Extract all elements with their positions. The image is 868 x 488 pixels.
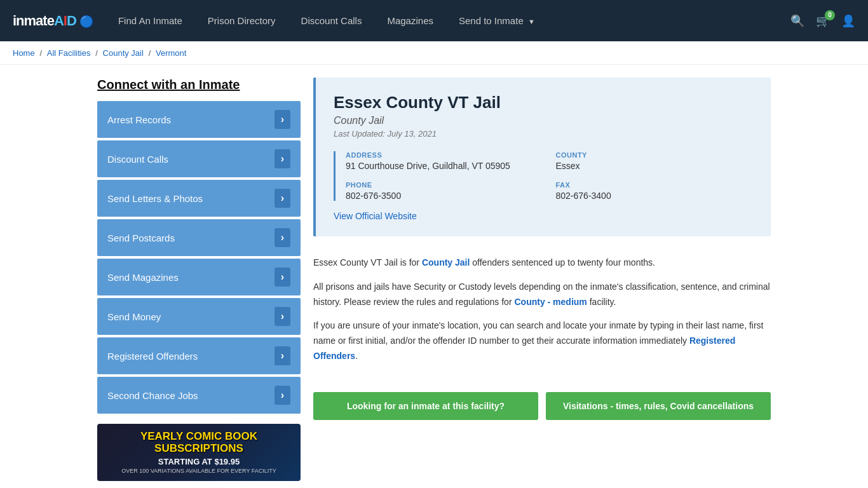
sidebar-item-send-postcards[interactable]: Send Postcards ›: [97, 219, 301, 256]
nav-links: Find An Inmate Prison Directory Discount…: [118, 15, 790, 26]
breadcrumb-sep-2: /: [95, 48, 100, 58]
description-para-2: All prisons and jails have Security or C…: [313, 280, 771, 310]
phone-group: PHONE 802-676-3500: [346, 181, 543, 201]
address-value: 91 Courthouse Drive, Guildhall, VT 05905: [346, 161, 543, 171]
breadcrumb-home[interactable]: Home: [13, 48, 35, 58]
nav-magazines[interactable]: Magazines: [387, 15, 433, 26]
sidebar-menu: Arrest Records › Discount Calls › Send L…: [97, 101, 301, 414]
sidebar-item-second-chance-jobs[interactable]: Second Chance Jobs ›: [97, 377, 301, 414]
ad-content: YEARLY COMIC BOOKSUBSCRIPTIONS STARTING …: [121, 431, 276, 473]
description-para-1: Essex County VT Jail is for County Jail …: [313, 255, 771, 271]
nav-discount-calls[interactable]: Discount Calls: [301, 15, 362, 26]
breadcrumb-vermont[interactable]: Vermont: [156, 48, 186, 58]
user-icon[interactable]: 👤: [841, 14, 855, 28]
county-medium-link[interactable]: County - medium: [514, 297, 587, 307]
sidebar-label-discount-calls: Discount Calls: [107, 154, 168, 165]
phone-label: PHONE: [346, 181, 543, 189]
facility-type: County Jail: [334, 115, 753, 126]
facility-description: Essex County VT Jail is for County Jail …: [313, 249, 771, 379]
sidebar-label-send-magazines: Send Magazines: [107, 272, 179, 283]
sidebar-item-arrest-records[interactable]: Arrest Records ›: [97, 101, 301, 138]
visitations-button[interactable]: Visitations - times, rules, Covid cancel…: [546, 392, 771, 420]
sidebar-label-send-money: Send Money: [107, 311, 161, 322]
official-link: View Official Website: [334, 211, 753, 221]
facility-details: ADDRESS 91 Courthouse Drive, Guildhall, …: [334, 151, 753, 201]
fax-group: FAX 802-676-3400: [556, 181, 754, 201]
find-inmate-button[interactable]: Looking for an inmate at this facility?: [313, 392, 538, 420]
description-para-3: If you are unsure of your inmate's locat…: [313, 318, 771, 363]
fax-label: FAX: [556, 181, 754, 189]
sidebar-label-second-chance-jobs: Second Chance Jobs: [107, 390, 198, 401]
nav-send-to-inmate[interactable]: Send to Inmate ▼: [459, 15, 535, 26]
nav-prison-directory[interactable]: Prison Directory: [208, 15, 276, 26]
arrow-icon-second-chance-jobs: ›: [275, 386, 290, 405]
logo-text: inmateAID 🔵: [13, 13, 93, 29]
breadcrumb-bar: Home / All Facilities / County Jail / Ve…: [0, 41, 868, 65]
official-website-link[interactable]: View Official Website: [334, 211, 417, 221]
county-value: Essex: [556, 161, 754, 171]
arrow-icon-send-money: ›: [275, 307, 290, 326]
breadcrumb-sep-3: /: [149, 48, 153, 58]
breadcrumb-sep-1: /: [40, 48, 44, 58]
breadcrumb: Home / All Facilities / County Jail / Ve…: [13, 48, 855, 58]
main-content: Connect with an Inmate Arrest Records › …: [85, 78, 783, 481]
arrow-icon-arrest-records: ›: [275, 110, 290, 129]
sidebar-label-send-letters: Send Letters & Photos: [107, 193, 203, 204]
county-label: COUNTY: [556, 151, 754, 159]
ad-title: YEARLY COMIC BOOKSUBSCRIPTIONS: [121, 431, 276, 454]
county-group: COUNTY Essex: [556, 151, 754, 171]
facility-card: Essex County VT Jail County Jail Last Up…: [313, 78, 771, 236]
sidebar-item-send-money[interactable]: Send Money ›: [97, 298, 301, 335]
sidebar-label-arrest-records: Arrest Records: [107, 114, 171, 125]
sidebar-item-discount-calls[interactable]: Discount Calls ›: [97, 140, 301, 177]
breadcrumb-all-facilities[interactable]: All Facilities: [47, 48, 91, 58]
facility-content: Essex County VT Jail County Jail Last Up…: [313, 78, 771, 481]
sidebar-label-registered-offenders: Registered Offenders: [107, 351, 198, 362]
ad-price: STARTING AT $19.95: [121, 457, 276, 466]
sidebar-label-send-postcards: Send Postcards: [107, 233, 175, 243]
ad-subtitle: OVER 100 VARIATIONS AVAILABLE FOR EVERY …: [121, 468, 276, 474]
sidebar-item-send-letters[interactable]: Send Letters & Photos ›: [97, 180, 301, 217]
cart-icon[interactable]: 🛒 0: [816, 14, 830, 28]
facility-name: Essex County VT Jail: [334, 93, 753, 112]
action-buttons: Looking for an inmate at this facility? …: [313, 392, 771, 420]
cart-badge: 0: [825, 10, 835, 20]
ad-banner[interactable]: YEARLY COMIC BOOKSUBSCRIPTIONS STARTING …: [97, 424, 301, 481]
arrow-icon-send-letters: ›: [275, 189, 290, 208]
arrow-icon-registered-offenders: ›: [275, 346, 290, 365]
fax-value: 802-676-3400: [556, 191, 754, 201]
dropdown-arrow-icon: ▼: [528, 18, 535, 25]
county-jail-link-1[interactable]: County Jail: [422, 257, 470, 268]
phone-value: 802-676-3500: [346, 191, 543, 201]
arrow-icon-discount-calls: ›: [275, 149, 290, 168]
logo[interactable]: inmateAID 🔵: [13, 13, 93, 29]
sidebar: Connect with an Inmate Arrest Records › …: [97, 78, 301, 481]
arrow-icon-send-magazines: ›: [275, 268, 290, 287]
navbar: inmateAID 🔵 Find An Inmate Prison Direct…: [0, 0, 868, 41]
facility-updated: Last Updated: July 13, 2021: [334, 129, 753, 139]
nav-icons: 🔍 🛒 0 👤: [790, 14, 855, 28]
connect-title: Connect with an Inmate: [97, 78, 301, 92]
search-icon[interactable]: 🔍: [790, 14, 804, 28]
nav-find-inmate[interactable]: Find An Inmate: [118, 15, 182, 26]
address-label: ADDRESS: [346, 151, 543, 159]
breadcrumb-county-jail[interactable]: County Jail: [103, 48, 144, 58]
arrow-icon-send-postcards: ›: [275, 228, 290, 247]
sidebar-item-send-magazines[interactable]: Send Magazines ›: [97, 259, 301, 295]
sidebar-item-registered-offenders[interactable]: Registered Offenders ›: [97, 337, 301, 374]
address-group: ADDRESS 91 Courthouse Drive, Guildhall, …: [346, 151, 543, 171]
